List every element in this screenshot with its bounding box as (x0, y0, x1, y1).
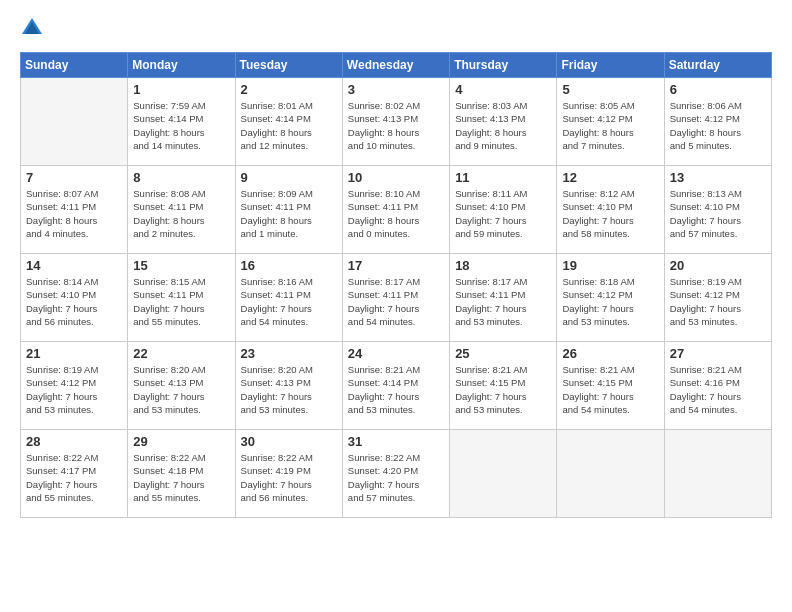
day-number: 11 (455, 170, 551, 185)
logo-icon (20, 16, 44, 40)
logo (20, 16, 48, 40)
calendar-body: 1Sunrise: 7:59 AMSunset: 4:14 PMDaylight… (21, 78, 772, 518)
cell-info: Sunrise: 8:17 AMSunset: 4:11 PMDaylight:… (455, 275, 551, 328)
cell-info: Sunrise: 8:15 AMSunset: 4:11 PMDaylight:… (133, 275, 229, 328)
cell-info: Sunrise: 8:08 AMSunset: 4:11 PMDaylight:… (133, 187, 229, 240)
cell-info: Sunrise: 8:18 AMSunset: 4:12 PMDaylight:… (562, 275, 658, 328)
day-number: 25 (455, 346, 551, 361)
day-number: 12 (562, 170, 658, 185)
day-number: 31 (348, 434, 444, 449)
day-number: 29 (133, 434, 229, 449)
header-row: SundayMondayTuesdayWednesdayThursdayFrid… (21, 53, 772, 78)
day-number: 9 (241, 170, 337, 185)
calendar-cell: 11Sunrise: 8:11 AMSunset: 4:10 PMDayligh… (450, 166, 557, 254)
day-number: 15 (133, 258, 229, 273)
calendar-cell: 14Sunrise: 8:14 AMSunset: 4:10 PMDayligh… (21, 254, 128, 342)
cell-info: Sunrise: 8:21 AMSunset: 4:15 PMDaylight:… (455, 363, 551, 416)
day-number: 2 (241, 82, 337, 97)
day-header-thursday: Thursday (450, 53, 557, 78)
cell-info: Sunrise: 8:09 AMSunset: 4:11 PMDaylight:… (241, 187, 337, 240)
day-header-monday: Monday (128, 53, 235, 78)
cell-info: Sunrise: 8:22 AMSunset: 4:20 PMDaylight:… (348, 451, 444, 504)
cell-info: Sunrise: 8:07 AMSunset: 4:11 PMDaylight:… (26, 187, 122, 240)
calendar-cell: 18Sunrise: 8:17 AMSunset: 4:11 PMDayligh… (450, 254, 557, 342)
day-number: 24 (348, 346, 444, 361)
calendar-cell: 6Sunrise: 8:06 AMSunset: 4:12 PMDaylight… (664, 78, 771, 166)
calendar-cell: 1Sunrise: 7:59 AMSunset: 4:14 PMDaylight… (128, 78, 235, 166)
calendar-cell: 21Sunrise: 8:19 AMSunset: 4:12 PMDayligh… (21, 342, 128, 430)
calendar-cell: 29Sunrise: 8:22 AMSunset: 4:18 PMDayligh… (128, 430, 235, 518)
day-header-tuesday: Tuesday (235, 53, 342, 78)
day-number: 16 (241, 258, 337, 273)
calendar-cell: 7Sunrise: 8:07 AMSunset: 4:11 PMDaylight… (21, 166, 128, 254)
calendar-cell: 30Sunrise: 8:22 AMSunset: 4:19 PMDayligh… (235, 430, 342, 518)
calendar-cell: 26Sunrise: 8:21 AMSunset: 4:15 PMDayligh… (557, 342, 664, 430)
cell-info: Sunrise: 8:06 AMSunset: 4:12 PMDaylight:… (670, 99, 766, 152)
day-number: 27 (670, 346, 766, 361)
calendar-cell: 27Sunrise: 8:21 AMSunset: 4:16 PMDayligh… (664, 342, 771, 430)
cell-info: Sunrise: 8:02 AMSunset: 4:13 PMDaylight:… (348, 99, 444, 152)
calendar-cell: 22Sunrise: 8:20 AMSunset: 4:13 PMDayligh… (128, 342, 235, 430)
day-number: 1 (133, 82, 229, 97)
calendar-cell (557, 430, 664, 518)
calendar-cell: 31Sunrise: 8:22 AMSunset: 4:20 PMDayligh… (342, 430, 449, 518)
cell-info: Sunrise: 8:20 AMSunset: 4:13 PMDaylight:… (241, 363, 337, 416)
calendar-cell (21, 78, 128, 166)
cell-info: Sunrise: 8:20 AMSunset: 4:13 PMDaylight:… (133, 363, 229, 416)
calendar-cell (664, 430, 771, 518)
calendar-cell: 12Sunrise: 8:12 AMSunset: 4:10 PMDayligh… (557, 166, 664, 254)
calendar-cell: 23Sunrise: 8:20 AMSunset: 4:13 PMDayligh… (235, 342, 342, 430)
day-number: 10 (348, 170, 444, 185)
day-number: 5 (562, 82, 658, 97)
calendar-cell: 17Sunrise: 8:17 AMSunset: 4:11 PMDayligh… (342, 254, 449, 342)
cell-info: Sunrise: 8:22 AMSunset: 4:18 PMDaylight:… (133, 451, 229, 504)
day-number: 3 (348, 82, 444, 97)
calendar-cell: 10Sunrise: 8:10 AMSunset: 4:11 PMDayligh… (342, 166, 449, 254)
calendar-cell: 9Sunrise: 8:09 AMSunset: 4:11 PMDaylight… (235, 166, 342, 254)
calendar-cell: 8Sunrise: 8:08 AMSunset: 4:11 PMDaylight… (128, 166, 235, 254)
calendar-cell: 2Sunrise: 8:01 AMSunset: 4:14 PMDaylight… (235, 78, 342, 166)
day-number: 23 (241, 346, 337, 361)
calendar-cell: 28Sunrise: 8:22 AMSunset: 4:17 PMDayligh… (21, 430, 128, 518)
week-row-2: 14Sunrise: 8:14 AMSunset: 4:10 PMDayligh… (21, 254, 772, 342)
cell-info: Sunrise: 8:21 AMSunset: 4:15 PMDaylight:… (562, 363, 658, 416)
cell-info: Sunrise: 8:12 AMSunset: 4:10 PMDaylight:… (562, 187, 658, 240)
cell-info: Sunrise: 8:21 AMSunset: 4:14 PMDaylight:… (348, 363, 444, 416)
week-row-3: 21Sunrise: 8:19 AMSunset: 4:12 PMDayligh… (21, 342, 772, 430)
day-number: 17 (348, 258, 444, 273)
day-number: 18 (455, 258, 551, 273)
page: SundayMondayTuesdayWednesdayThursdayFrid… (0, 0, 792, 612)
calendar-cell: 19Sunrise: 8:18 AMSunset: 4:12 PMDayligh… (557, 254, 664, 342)
day-number: 4 (455, 82, 551, 97)
calendar-cell: 16Sunrise: 8:16 AMSunset: 4:11 PMDayligh… (235, 254, 342, 342)
calendar-header: SundayMondayTuesdayWednesdayThursdayFrid… (21, 53, 772, 78)
week-row-0: 1Sunrise: 7:59 AMSunset: 4:14 PMDaylight… (21, 78, 772, 166)
day-number: 13 (670, 170, 766, 185)
calendar-cell: 20Sunrise: 8:19 AMSunset: 4:12 PMDayligh… (664, 254, 771, 342)
day-number: 26 (562, 346, 658, 361)
day-number: 22 (133, 346, 229, 361)
day-number: 14 (26, 258, 122, 273)
cell-info: Sunrise: 8:14 AMSunset: 4:10 PMDaylight:… (26, 275, 122, 328)
day-number: 7 (26, 170, 122, 185)
day-number: 21 (26, 346, 122, 361)
header (20, 16, 772, 40)
calendar-cell: 25Sunrise: 8:21 AMSunset: 4:15 PMDayligh… (450, 342, 557, 430)
day-number: 20 (670, 258, 766, 273)
calendar-table: SundayMondayTuesdayWednesdayThursdayFrid… (20, 52, 772, 518)
cell-info: Sunrise: 8:19 AMSunset: 4:12 PMDaylight:… (670, 275, 766, 328)
cell-info: Sunrise: 8:03 AMSunset: 4:13 PMDaylight:… (455, 99, 551, 152)
day-number: 8 (133, 170, 229, 185)
calendar-cell: 13Sunrise: 8:13 AMSunset: 4:10 PMDayligh… (664, 166, 771, 254)
calendar-cell: 5Sunrise: 8:05 AMSunset: 4:12 PMDaylight… (557, 78, 664, 166)
cell-info: Sunrise: 8:21 AMSunset: 4:16 PMDaylight:… (670, 363, 766, 416)
day-header-friday: Friday (557, 53, 664, 78)
day-header-sunday: Sunday (21, 53, 128, 78)
day-header-wednesday: Wednesday (342, 53, 449, 78)
calendar-cell: 15Sunrise: 8:15 AMSunset: 4:11 PMDayligh… (128, 254, 235, 342)
day-number: 28 (26, 434, 122, 449)
calendar-cell: 24Sunrise: 8:21 AMSunset: 4:14 PMDayligh… (342, 342, 449, 430)
cell-info: Sunrise: 8:17 AMSunset: 4:11 PMDaylight:… (348, 275, 444, 328)
day-number: 6 (670, 82, 766, 97)
calendar-cell (450, 430, 557, 518)
